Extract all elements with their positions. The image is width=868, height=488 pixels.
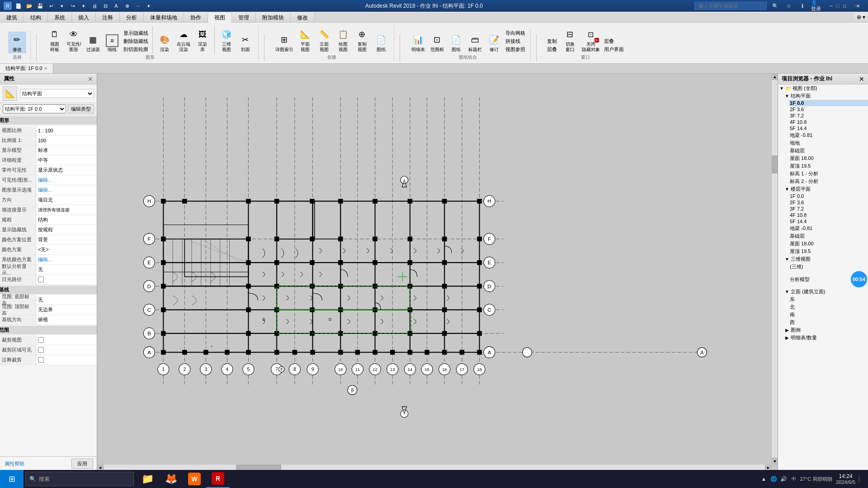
tree-item-elev-west[interactable]: 西 xyxy=(789,319,868,326)
scroll-thumb-v[interactable] xyxy=(772,155,778,174)
prop-value-annot-crop[interactable] xyxy=(36,355,97,365)
prop-value-show-hidden[interactable]: 按规程 xyxy=(36,225,97,235)
tree-item-fp-roof1800[interactable]: 屋面 18.00 xyxy=(789,240,868,248)
canvas-h-scrollbar[interactable]: ◄ ► xyxy=(97,464,771,470)
ribbon-item-cascade[interactable]: 层叠 xyxy=(546,46,558,53)
prop-help-btn[interactable]: 属性帮助 xyxy=(4,460,25,468)
print-btn[interactable]: 🖨 xyxy=(90,2,99,10)
save-btn[interactable]: 💾 xyxy=(35,2,45,10)
sun-path-checkbox[interactable] xyxy=(38,277,44,282)
ribbon-item-switch-windows[interactable]: ⊟ 切换窗口 xyxy=(561,26,579,53)
tab-annotate[interactable]: 注释 xyxy=(96,13,120,23)
prop-level-select[interactable]: 结构平面: 1F 0.0 xyxy=(3,104,66,113)
ribbon-item-plan-view[interactable]: 📐 平面视图 xyxy=(296,26,314,53)
prop-value-detail-level[interactable]: 中等 xyxy=(36,155,97,165)
annot-crop-checkbox[interactable] xyxy=(38,357,44,363)
ribbon-item-visibility[interactable]: 👁 可见性/图形 xyxy=(65,26,83,53)
crop-view-checkbox[interactable] xyxy=(38,337,44,343)
prop-value-sun-path[interactable] xyxy=(36,275,97,284)
redo-drop-btn[interactable]: ▾ xyxy=(79,2,89,10)
prop-value-crop-view[interactable] xyxy=(36,335,97,345)
view-ctrl-max[interactable]: □ xyxy=(843,2,851,10)
ribbon-item-sheet2[interactable]: 📄 图纸 xyxy=(447,32,465,53)
taskbar-firefox[interactable]: 🦊 xyxy=(159,470,183,488)
prop-value-sys-color-scheme[interactable]: 编辑... xyxy=(36,255,97,264)
view-tab-close-btn[interactable]: ✕ xyxy=(44,66,47,71)
tree-item-5f-144[interactable]: 5F 14.4 xyxy=(789,125,868,131)
ribbon-item-remove-hidden[interactable]: 删除隐藏线 xyxy=(122,38,150,45)
more-options-btn[interactable]: ⊕ ▾ xyxy=(854,13,868,22)
crop-visible-checkbox[interactable] xyxy=(38,347,44,353)
tab-systems[interactable]: 系统 xyxy=(48,13,72,23)
tree-item-floor-plans[interactable]: ▼ 楼层平面 xyxy=(783,185,868,193)
view-ctrl-close[interactable]: ✕ xyxy=(852,2,860,10)
prop-value-orientation[interactable]: 项目北 xyxy=(36,195,97,205)
tree-item-3d-default[interactable]: (三维) xyxy=(789,263,868,271)
tab-modify[interactable]: 修改 xyxy=(291,13,315,23)
ribbon-item-cloud-render[interactable]: ☁ 在云端渲染 xyxy=(175,26,193,53)
tray-ime-icon[interactable]: 中 xyxy=(790,475,797,483)
ribbon-item-ui[interactable]: 用户界面 xyxy=(603,46,625,53)
search-input[interactable] xyxy=(694,2,767,10)
tree-item-fp-roof195[interactable]: 屋顶 19.5 xyxy=(789,248,868,255)
canvas-v-scrollbar[interactable]: ▲ ▼ xyxy=(771,74,778,464)
tab-insert[interactable]: 插入 xyxy=(72,13,96,23)
search-btn[interactable]: 🔍 xyxy=(770,2,780,10)
undo-drop-btn[interactable]: ▾ xyxy=(57,2,67,10)
ribbon-item-3d[interactable]: 🧊 三维视图 xyxy=(217,26,236,53)
tab-massing[interactable]: 体量和场地 xyxy=(144,13,184,23)
tree-item-roof-195[interactable]: 屋顶 19.5 xyxy=(789,162,868,170)
scroll-up-btn[interactable]: ▲ xyxy=(772,74,778,80)
tree-item-level1-analysis[interactable]: 标高 1 - 分析 xyxy=(789,170,868,178)
tree-item-2f-36[interactable]: 2F 3.6 xyxy=(789,106,868,113)
tray-sound-icon[interactable]: 🔊 xyxy=(780,475,788,483)
prop-value-crop-visible[interactable] xyxy=(36,345,97,355)
prop-value-graphic-display[interactable]: 编辑... xyxy=(36,185,97,195)
ribbon-item-cut-profile[interactable]: 剖切面轮廓 xyxy=(122,46,150,53)
tree-item-4f-108[interactable]: 4F 10.8 xyxy=(789,119,868,125)
prop-value-parts-visibility[interactable]: 显示原状态 xyxy=(36,165,97,175)
clock[interactable]: 14:24 2024/6/5 xyxy=(836,473,855,485)
taskbar-wps[interactable]: W xyxy=(183,470,206,488)
prop-value-view-scale[interactable]: 1 : 100 xyxy=(36,126,97,135)
new-btn[interactable]: 📄 xyxy=(14,2,24,10)
tree-item-3f-72[interactable]: 3F 7.2 xyxy=(789,113,868,119)
tree-item-schedules[interactable]: ▶ 明细表/数量 xyxy=(783,334,868,342)
prop-value-scale-value[interactable]: 100 xyxy=(36,136,97,145)
tab-manage[interactable]: 管理 xyxy=(232,13,256,23)
login-btn[interactable]: 👤 登录 xyxy=(811,2,821,10)
taskbar-search-box[interactable]: 🔍 搜索 xyxy=(25,472,134,486)
tree-item-ground-beam[interactable]: 地梁 -0.81 xyxy=(789,131,868,139)
show-desktop-btn[interactable] xyxy=(859,475,863,483)
ribbon-item-title-block[interactable]: 🗃 标题栏 xyxy=(466,32,484,53)
tree-item-roof-1800[interactable]: 屋面 18.00 xyxy=(789,155,868,162)
ribbon-item-modify[interactable]: ✏ 修改 xyxy=(8,32,26,53)
ribbon-item-show-hidden[interactable]: 显示隐藏线 xyxy=(122,29,150,37)
prop-value-visibility-graphics[interactable]: 编辑... xyxy=(36,175,97,185)
tab-structure[interactable]: 结构 xyxy=(24,13,48,23)
start-btn[interactable]: ⊞ xyxy=(0,470,24,488)
more-btn[interactable]: ▾ xyxy=(144,2,154,10)
open-btn[interactable]: 📂 xyxy=(24,2,34,10)
ribbon-item-scope-box[interactable]: ⊡ 范围框 xyxy=(428,32,446,53)
tree-item-fp-3f[interactable]: 3F 7.2 xyxy=(789,206,868,212)
tree-item-elev-east[interactable]: 东 xyxy=(789,296,868,303)
tree-item-elev-south[interactable]: 南 xyxy=(789,311,868,319)
ribbon-item-copy-window[interactable]: 复制 xyxy=(546,38,558,45)
tab-view[interactable]: 视图 xyxy=(208,13,232,23)
tree-item-elevations[interactable]: ▼ 立面 (建筑立面) xyxy=(783,288,868,296)
prop-value-range-top[interactable]: 无边界 xyxy=(36,305,97,314)
extents-section-header[interactable]: 范围 xyxy=(0,326,97,334)
ribbon-item-callout[interactable]: ⊞ 详图索引 xyxy=(274,32,295,53)
prop-value-display-model[interactable]: 标准 xyxy=(36,145,97,155)
edit-type-btn[interactable]: 编辑类型 xyxy=(68,104,94,113)
tree-item-fp-ground-beam[interactable]: 地梁 -0.81 xyxy=(789,225,868,232)
taskbar-file-explorer[interactable]: 📁 xyxy=(136,470,159,488)
tab-addins[interactable]: 附加模块 xyxy=(256,13,291,23)
tray-up-icon[interactable]: ▲ xyxy=(760,475,768,483)
ribbon-item-render-gallery[interactable]: 🖼 渲染库 xyxy=(193,26,212,53)
ribbon-item-guide-grid[interactable]: 导向网格 xyxy=(504,29,527,37)
properties-close-btn[interactable]: ✕ xyxy=(88,75,93,83)
tree-item-fp-4f[interactable]: 4F 10.8 xyxy=(789,212,868,218)
taskbar-revit[interactable]: R xyxy=(206,470,230,488)
